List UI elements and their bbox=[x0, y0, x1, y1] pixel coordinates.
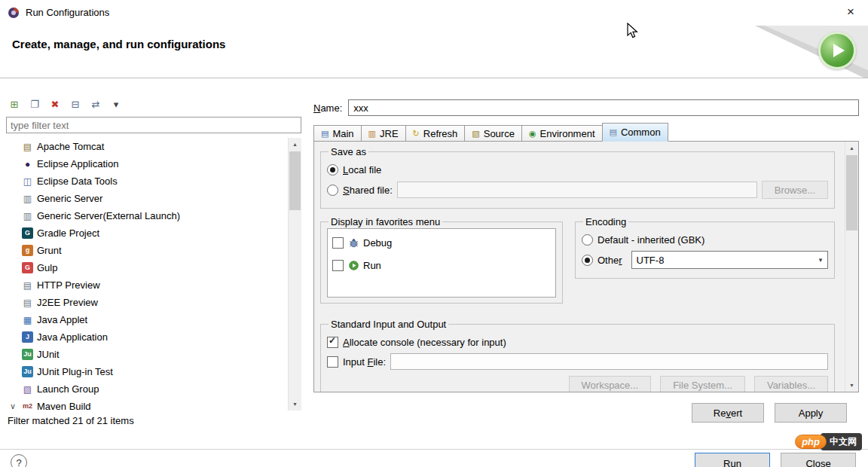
tree-item[interactable]: ∨m2Maven Build bbox=[6, 398, 288, 411]
encoding-combo-value: UTF-8 bbox=[637, 255, 665, 266]
tab-jre[interactable]: ▥JRE bbox=[361, 125, 406, 142]
default-encoding-radio[interactable]: Default - inherited (GBK) bbox=[582, 232, 828, 247]
eclipse-data-tools-icon: ◫ bbox=[22, 176, 33, 187]
help-icon[interactable]: ? bbox=[11, 454, 27, 467]
tree-scrollbar-thumb[interactable] bbox=[289, 151, 301, 210]
window-title: Run Configurations bbox=[26, 7, 109, 18]
tree-item[interactable]: GGulp bbox=[6, 259, 288, 276]
tree-item[interactable]: ▧Launch Group bbox=[6, 380, 288, 398]
tree-expander-icon[interactable]: ∨ bbox=[8, 401, 18, 411]
workspace-button[interactable]: Workspace... bbox=[569, 376, 652, 392]
dialog-header: Create, manage, and run configurations bbox=[0, 26, 868, 78]
input-file-row: Input File: bbox=[327, 353, 828, 370]
tree-scrollbar[interactable]: ▲ ▼ bbox=[288, 138, 301, 411]
scroll-up-icon[interactable]: ▲ bbox=[289, 138, 301, 151]
java-applet-icon: ▦ bbox=[22, 314, 33, 325]
left-toolbar: ⊞❐✖⊟⇄▾ bbox=[6, 95, 301, 113]
close-button[interactable]: Close bbox=[781, 453, 856, 467]
encoding-legend: Encoding bbox=[583, 216, 628, 227]
run-configurations-dialog-icon bbox=[8, 7, 20, 19]
tab-label: Refresh bbox=[423, 128, 458, 139]
junit-icon: Ju bbox=[22, 349, 33, 360]
run-button[interactable]: Run bbox=[695, 453, 770, 467]
delete-launch-config-icon[interactable]: ✖ bbox=[48, 97, 62, 111]
chevron-down-icon: ▾ bbox=[814, 256, 827, 264]
footer-divider bbox=[0, 449, 868, 450]
input-file-checkbox[interactable]: Input File: bbox=[327, 356, 386, 368]
filter-input[interactable] bbox=[6, 117, 301, 133]
tree-item[interactable]: GGradle Project bbox=[6, 224, 288, 242]
name-row: Name: bbox=[313, 99, 859, 116]
browse-button[interactable]: Browse... bbox=[762, 181, 828, 199]
environment-tab-icon: ◉ bbox=[529, 129, 536, 139]
input-file-input[interactable] bbox=[390, 353, 828, 370]
tree-item-label: Generic Server bbox=[37, 193, 102, 204]
apply-row: Revert Apply bbox=[313, 403, 859, 423]
tree-item[interactable]: ▤Apache Tomcat bbox=[6, 138, 288, 155]
favorites-list: Debug Run bbox=[327, 228, 556, 298]
encoding-combo[interactable]: UTF-8 ▾ bbox=[631, 251, 828, 269]
local-file-label: Local file bbox=[343, 164, 381, 176]
scroll-down-icon[interactable]: ▼ bbox=[845, 379, 858, 392]
jre-tab-icon: ▥ bbox=[368, 129, 376, 139]
generic-server-external-icon: ▥ bbox=[22, 210, 33, 221]
shared-file-input[interactable] bbox=[397, 182, 757, 198]
scroll-down-icon[interactable]: ▼ bbox=[289, 398, 301, 411]
scroll-up-icon[interactable]: ▲ bbox=[845, 142, 858, 154]
tab-common[interactable]: ▤Common bbox=[602, 123, 668, 142]
local-file-radio[interactable]: Local file bbox=[327, 162, 828, 177]
tree-item-label: Maven Build bbox=[37, 401, 91, 411]
favorite-debug-checkbox[interactable]: Debug bbox=[332, 235, 551, 250]
cn-logo-text: 中文网 bbox=[821, 433, 862, 450]
favorite-run-checkbox[interactable]: Run bbox=[332, 258, 551, 273]
content-scrollbar[interactable]: ▲ ▼ bbox=[845, 142, 858, 392]
allocate-console-checkbox[interactable]: Allocate console (necessary for input) bbox=[327, 334, 828, 349]
new-launch-config-icon[interactable]: ⊞ bbox=[8, 97, 21, 111]
other-encoding-radio[interactable]: Other bbox=[582, 255, 622, 266]
tree-item[interactable]: JuJUnit bbox=[6, 346, 288, 363]
filter-launch-configs-icon[interactable]: ⇄ bbox=[89, 97, 102, 111]
collapse-all-icon[interactable]: ⊟ bbox=[69, 97, 82, 111]
tree-rows: ▤Apache Tomcat●Eclipse Application◫Eclip… bbox=[6, 138, 301, 411]
common-tab-icon: ▤ bbox=[610, 127, 617, 137]
tree-item[interactable]: ●Eclipse Application bbox=[6, 155, 288, 172]
content-scrollbar-thumb[interactable] bbox=[846, 155, 857, 230]
favorites-legend: Display in favorites menu bbox=[329, 216, 442, 227]
apply-button[interactable]: Apply bbox=[775, 403, 847, 423]
tab-refresh[interactable]: ↻Refresh bbox=[405, 125, 466, 142]
tab-source[interactable]: ▧Source bbox=[464, 125, 522, 142]
tree-item[interactable]: JJava Application bbox=[6, 328, 288, 346]
view-menu-dropdown-icon[interactable]: ▾ bbox=[109, 97, 123, 111]
name-input[interactable] bbox=[348, 99, 859, 116]
http-preview-icon: ▤ bbox=[22, 279, 33, 291]
shared-file-label: Shared file: bbox=[343, 185, 393, 196]
tab-environment[interactable]: ◉Environment bbox=[521, 125, 603, 142]
shared-file-row: Shared file: Browse... bbox=[327, 181, 828, 199]
php-cn-watermark: php 中文网 bbox=[795, 434, 862, 450]
revert-button[interactable]: Revert bbox=[692, 403, 764, 423]
tree-item[interactable]: ▥Generic Server(External Launch) bbox=[6, 207, 288, 224]
tab-main[interactable]: ▤Main bbox=[313, 125, 362, 142]
run-icon bbox=[348, 260, 359, 270]
duplicate-launch-config-icon[interactable]: ❐ bbox=[28, 97, 41, 111]
tree-item[interactable]: ▦Java Applet bbox=[6, 311, 288, 328]
file-system-button[interactable]: File System... bbox=[660, 376, 745, 392]
tree-item[interactable]: gGrunt bbox=[6, 242, 288, 259]
java-application-icon: J bbox=[22, 331, 33, 343]
tree-item[interactable]: ▤HTTP Preview bbox=[6, 276, 288, 294]
common-tab-content: Save as Local file Shared file: Browse..… bbox=[313, 141, 859, 392]
other-encoding-row: Other UTF-8 ▾ bbox=[582, 251, 828, 269]
tree-item[interactable]: ▤J2EE Preview bbox=[6, 294, 288, 311]
tree-item[interactable]: ◫Eclipse Data Tools bbox=[6, 172, 288, 190]
tab-label: Main bbox=[332, 128, 353, 139]
tree-item[interactable]: ▥Generic Server bbox=[6, 190, 288, 207]
close-icon[interactable]: × bbox=[833, 0, 868, 24]
tree-item[interactable]: JuJUnit Plug-in Test bbox=[6, 363, 288, 380]
tree-item-label: Eclipse Application bbox=[37, 158, 118, 169]
tab-label: Common bbox=[621, 127, 661, 138]
shared-file-radio[interactable]: Shared file: bbox=[327, 185, 393, 196]
titlebar: Run Configurations × bbox=[0, 0, 868, 26]
checkbox-indicator bbox=[332, 260, 344, 271]
other-encoding-label: Other bbox=[598, 255, 622, 266]
variables-button[interactable]: Variables... bbox=[754, 376, 828, 392]
